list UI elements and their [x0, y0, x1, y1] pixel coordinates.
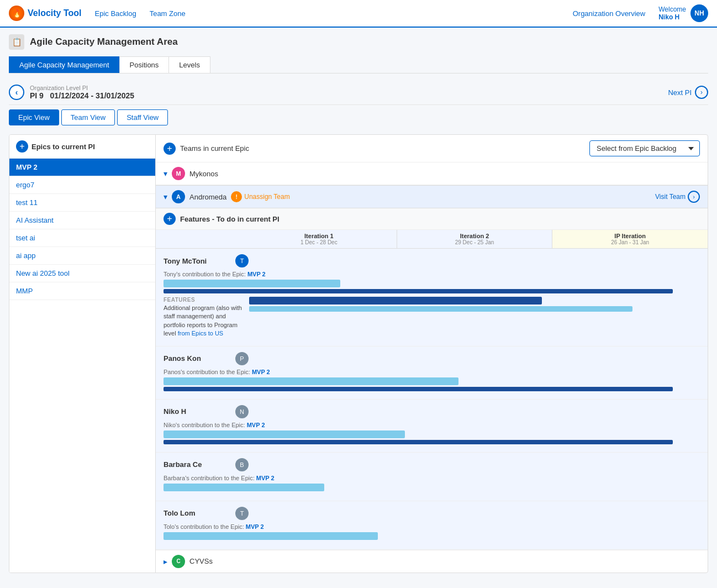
- add-feature-button[interactable]: +: [164, 213, 176, 225]
- iteration-2-date: 29 Dec - 25 Jan: [399, 239, 550, 245]
- team-row-mykonos[interactable]: M Mykonos: [156, 162, 708, 185]
- mykonos-section: M Mykonos: [156, 162, 708, 186]
- person-section-niko: Niko H N Niko's contribution to the Epic…: [156, 400, 708, 453]
- person-section-panos: Panos Kon P Panos's contribution to the …: [156, 347, 708, 400]
- tab-positions[interactable]: Positions: [119, 56, 170, 73]
- epic-list: MVP 2 ergo7 test 11 AI Assistant tset ai…: [9, 159, 155, 300]
- cyvs-row[interactable]: ▸ C CYVSs: [156, 550, 708, 573]
- pi-value: PI 9 01/12/2024 - 31/01/2025: [30, 91, 134, 100]
- iteration-1-header: Iteration 1 1 Dec - 28 Dec: [241, 230, 397, 248]
- unassign-label: Unassign Team: [244, 193, 290, 201]
- next-pi-button[interactable]: Next PI ›: [668, 86, 708, 99]
- content-header-left: + Teams in current Epic: [164, 143, 249, 155]
- barbara-header: Barbara Ce B: [164, 458, 700, 471]
- visit-team-button[interactable]: Visit Team ›: [655, 191, 700, 203]
- niko-bar-row-2: [164, 440, 700, 444]
- tony-bar-row-2: [164, 289, 700, 293]
- tony-feat-bar-row: [249, 297, 700, 305]
- panos-bar-row-2: [164, 387, 700, 391]
- andromeda-chevron: [164, 192, 167, 201]
- barbara-icon: B: [235, 458, 249, 471]
- team-row-andromeda[interactable]: A Andromeda ! Unassign Team Visit Team ›: [156, 186, 708, 208]
- user-avatar[interactable]: NH: [690, 4, 708, 22]
- tolo-icon: T: [235, 507, 249, 520]
- niko-icon: N: [235, 405, 249, 418]
- tony-bar-dark: [164, 289, 673, 293]
- panos-name: Panos Kon: [164, 354, 230, 363]
- epic-item-test11[interactable]: test 11: [9, 194, 155, 212]
- epic-item-ergo7[interactable]: ergo7: [9, 176, 155, 194]
- top-navigation: 🔥 Velocity Tool Epic Backlog Team Zone O…: [0, 0, 717, 28]
- tony-feature-label-area: FEATURES Additional program (also with s…: [164, 297, 249, 338]
- epic-item-newai2025[interactable]: New ai 2025 tool: [9, 265, 155, 282]
- panos-icon: P: [235, 352, 249, 365]
- tony-icon: T: [235, 254, 249, 267]
- panos-header: Panos Kon P: [164, 352, 700, 365]
- select-epic-dropdown[interactable]: Select from Epic Backlog: [589, 140, 700, 156]
- view-buttons: Epic View Team View Staff View: [9, 109, 708, 125]
- ip-iteration-date: 26 Jan - 31 Jan: [555, 239, 705, 245]
- sidebar-header: + Epics to current PI: [9, 135, 155, 159]
- cyvs-chevron: ▸: [164, 557, 167, 566]
- epic-view-btn[interactable]: Epic View: [9, 109, 59, 125]
- tolo-bar-light: [164, 532, 378, 540]
- niko-bar-dark: [164, 440, 673, 444]
- andromeda-section: A Andromeda ! Unassign Team Visit Team ›…: [156, 186, 708, 550]
- team-zone-link[interactable]: Team Zone: [150, 9, 186, 18]
- niko-header: Niko H N: [164, 405, 700, 418]
- panos-contribution: Panos's contribution to the Epic: MVP 2: [164, 369, 700, 375]
- tab-levels[interactable]: Levels: [168, 56, 210, 73]
- mykonos-avatar: M: [172, 167, 185, 180]
- pi-row: ‹ Organization Level PI PI 9 01/12/2024 …: [9, 80, 708, 105]
- content-header: + Teams in current Epic Select from Epic…: [156, 135, 708, 162]
- unassign-icon: !: [231, 191, 242, 202]
- niko-name: Niko H: [164, 407, 230, 416]
- epic-item-tsetai[interactable]: tset ai: [9, 229, 155, 247]
- epic-backlog-link[interactable]: Epic Backlog: [95, 9, 136, 18]
- app-logo[interactable]: 🔥 Velocity Tool: [9, 6, 82, 21]
- iteration-2-header: Iteration 2 29 Dec - 25 Jan: [397, 230, 553, 248]
- tolo-contribution: Tolo's contribution to the Epic: MVP 2: [164, 523, 700, 530]
- niko-bar-row-1: [164, 431, 700, 438]
- andromeda-avatar: A: [172, 190, 185, 203]
- tab-agile-capacity[interactable]: Agile Capacity Management: [9, 56, 120, 73]
- cyvs-avatar: C: [172, 555, 185, 568]
- main-layout: + Epics to current PI MVP 2 ergo7 test 1…: [9, 134, 708, 573]
- add-team-button[interactable]: +: [164, 143, 176, 155]
- team-view-btn[interactable]: Team View: [61, 109, 115, 125]
- visit-team-circle: ›: [688, 191, 700, 203]
- unassign-team-button[interactable]: ! Unassign Team: [231, 191, 290, 202]
- barbara-bar-row-1: [164, 484, 700, 491]
- tony-bar-light: [164, 280, 340, 287]
- niko-contribution: Niko's contribution to the Epic: MVP 2: [164, 422, 700, 428]
- features-label: FEATURES: [164, 297, 249, 303]
- page-icon: 📋: [9, 34, 24, 50]
- tolo-name: Tolo Lom: [164, 509, 230, 517]
- welcome-text: Welcome Niko H: [658, 6, 686, 21]
- epic-item-aiassistant[interactable]: AI Assistant: [9, 212, 155, 229]
- features-title: Features - To do in current PI: [180, 215, 280, 223]
- tolo-bar-row-1: [164, 532, 700, 540]
- person-section-tolo: Tolo Lom T Tolo's contribution to the Ep…: [156, 501, 708, 550]
- mykonos-name: Mykonos: [189, 170, 218, 178]
- tony-name: Tony McToni: [164, 257, 230, 265]
- barbara-name: Barbara Ce: [164, 460, 230, 469]
- staff-view-btn[interactable]: Staff View: [117, 109, 168, 125]
- iteration-1-date: 1 Dec - 28 Dec: [244, 239, 394, 245]
- pi-label: Organization Level PI: [30, 85, 134, 91]
- epic-item-aiapp[interactable]: ai app: [9, 247, 155, 265]
- person-section-barbara: Barbara Ce B Barbara's contribution to t…: [156, 453, 708, 501]
- cyvs-name: CYVSs: [189, 557, 213, 565]
- panos-bar-light: [164, 377, 458, 385]
- page-header: 📋 Agile Capacity Management Area: [9, 34, 708, 50]
- barbara-bar-light: [164, 484, 324, 491]
- epic-item-mmp[interactable]: MMP: [9, 282, 155, 300]
- epic-item-mvp2[interactable]: MVP 2: [9, 159, 155, 176]
- main-tab-bar: Agile Capacity Management Positions Leve…: [9, 56, 708, 74]
- next-pi-circle: ›: [695, 86, 708, 99]
- prev-pi-button[interactable]: ‹: [9, 85, 24, 100]
- add-epic-button[interactable]: +: [16, 140, 28, 153]
- panos-bar-row-1: [164, 377, 700, 385]
- app-name: Velocity Tool: [28, 8, 82, 18]
- org-overview-link[interactable]: Organization Overview: [573, 9, 646, 18]
